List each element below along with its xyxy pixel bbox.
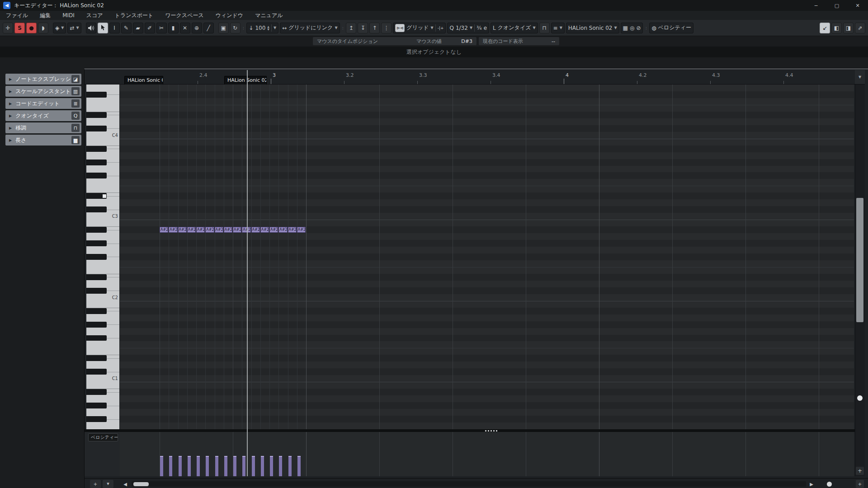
length-quantize-dropdown[interactable]: L クオンタイズ ▼ [491,23,538,33]
vertical-scroll-thumb[interactable] [856,198,863,322]
midi-note[interactable]: A#2 [260,227,269,233]
chevron-down-icon[interactable]: ▼ [61,26,64,30]
menu-item-5[interactable]: ワークスペース [165,12,203,19]
vertical-zoom-in-button[interactable]: + [856,467,864,475]
expand-arrow-icon[interactable]: ▶ [9,126,12,130]
velocity-bar[interactable] [288,456,292,476]
erase-tool-button[interactable]: ▰ [133,23,143,33]
midi-note[interactable]: A#2 [187,227,196,233]
section-length[interactable]: ▶長さ▆ [5,135,81,145]
midi-note[interactable]: A#2 [251,227,260,233]
minimize-button[interactable]: ─ [806,0,826,11]
piano-key-black[interactable] [86,254,107,260]
piano-key-black[interactable] [86,369,107,375]
velocity-bar[interactable] [252,456,255,476]
piano-key-black[interactable] [86,403,107,408]
split-tool-button[interactable]: ✂ [156,23,167,33]
midi-off-icon[interactable]: ⊘ [636,25,641,31]
track-selector-dropdown[interactable]: HALion Sonic 02 ▼ [566,23,619,33]
mute-tool-button[interactable]: ✕ [180,23,190,33]
event-colors-group[interactable]: ≡ ▼ [551,23,565,33]
vertical-zoom-handle[interactable] [857,395,863,401]
menu-item-1[interactable]: 編集 [40,12,51,19]
scroll-left-button[interactable]: ◀ [122,480,129,488]
add-lane-button[interactable]: + [90,480,101,488]
quantize-preset[interactable]: 1/32 [456,25,468,31]
menu-item-0[interactable]: ファイル [6,12,28,19]
snap-type-label[interactable]: グリッド [406,24,429,32]
move-up-button[interactable]: ↥ [346,23,356,33]
velocity-bar[interactable] [233,456,236,476]
speaker-button[interactable] [86,23,96,33]
expand-arrow-icon[interactable]: ▶ [9,77,12,81]
time-ruler[interactable]: 2.433.23.33.444.24.34.4HALion Sonic 02HA… [85,70,865,84]
piano-key-black[interactable] [86,322,107,328]
part-name-chip[interactable]: HALion Sonic 02 [224,76,267,84]
range-tool-button[interactable]: I [109,23,120,33]
scroll-up-button[interactable]: ▼ [855,70,865,84]
divider-handle-dot[interactable] [485,430,486,432]
velocity-bar[interactable] [215,456,218,476]
velocity-lane-label[interactable]: ベロシティー [88,433,118,441]
quantize-panel-icon[interactable]: e [484,25,487,31]
velocity-bar[interactable] [179,456,182,476]
snap-relative-icon[interactable]: -|+ [438,26,444,30]
horizontal-scroll-track[interactable] [132,481,806,487]
spin-down-icon[interactable]: ▼ [267,28,269,31]
piano-key-black[interactable] [86,240,107,246]
part-name-chip[interactable]: HALion Sonic 02 [124,76,163,84]
section-chord-edit[interactable]: ▶コードエディット≣ [5,98,81,109]
velocity-bar[interactable] [242,456,245,476]
horizontal-zoom-in-button[interactable]: + [856,480,864,488]
insert-velocity-value[interactable]: 100 [255,25,265,31]
piano-key-black[interactable] [86,274,107,280]
velocity-stepper[interactable]: ▲▼ [267,25,269,31]
lane-preset-button[interactable]: ▼ [103,480,113,488]
record-button[interactable]: ● [26,23,37,33]
independent-loop-button[interactable]: ↻ [230,23,241,33]
piano-key-black[interactable] [86,206,107,212]
velocity-lane[interactable] [120,432,854,476]
divider-handle-dot[interactable] [493,430,495,432]
midi-note[interactable]: A#2 [169,227,177,233]
velocity-bar[interactable] [160,456,163,476]
divider-handle-dot[interactable] [488,430,489,432]
draw-tool-button[interactable]: ✎ [121,23,132,33]
note-grid[interactable]: A#2A#2A#2A#2A#2A#2A#2A#2A#2A#2A#2A#2A#2A… [120,84,854,429]
midi-note[interactable]: A#2 [224,227,232,233]
midi-note[interactable]: A#2 [242,227,250,233]
midi-note[interactable]: A#2 [178,227,187,233]
midi-note[interactable]: A#2 [215,227,223,233]
piano-key-black[interactable] [86,308,107,314]
piano-key-black[interactable] [86,160,107,165]
velocity-bar[interactable] [197,456,200,476]
piano-key-black[interactable] [86,146,107,152]
close-button[interactable]: ✕ [847,0,868,11]
move-top-button[interactable]: ↑ [369,23,380,33]
menu-item-6[interactable]: ウィンドウ [216,12,243,19]
auto-select-controllers-button[interactable]: ▣ [218,23,229,33]
velocity-bar[interactable] [206,456,209,476]
lower-zone-toggle[interactable]: ◨ [843,23,854,33]
midi-note[interactable]: A#2 [288,227,297,233]
menu-item-3[interactable]: スコア [86,12,103,19]
midi-note[interactable]: A#2 [233,227,241,233]
more-options-button[interactable]: ⋮ [381,23,392,33]
velocity-bar[interactable] [224,456,227,476]
grid-link-dropdown[interactable]: ↔ グリッドにリンク ▼ [280,23,340,33]
color-mode-group[interactable]: ◍ ベロシティー [649,23,693,33]
piano-key-black[interactable] [86,355,107,361]
midi-note[interactable]: A#2 [205,227,214,233]
piano-key-black[interactable] [86,335,107,341]
expand-arrow-icon[interactable]: ▶ [9,102,12,106]
glue-tool-button[interactable]: ▮ [168,23,179,33]
expand-arrow-icon[interactable]: ▶ [9,89,12,94]
midi-input-icon[interactable]: ◎ [630,25,634,31]
midi-note[interactable]: A#2 [196,227,205,233]
midi-grid-icon[interactable]: ▦ [623,25,628,31]
velocity-bar[interactable] [270,456,273,476]
status-field-1[interactable]: マウスの値D#3 [412,37,476,45]
left-zone-toggle[interactable]: ◧ [831,23,842,33]
open-in-window-button[interactable]: ⇗ [855,23,865,33]
expand-arrow-icon[interactable]: ▶ [9,114,12,118]
